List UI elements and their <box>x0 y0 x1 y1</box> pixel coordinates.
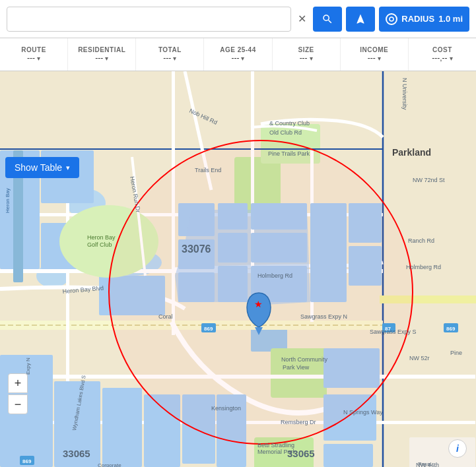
info-icon: i <box>456 443 459 454</box>
radius-label: RADIUS <box>401 14 434 24</box>
svg-text:Sawgrass Expy N: Sawgrass Expy N <box>300 313 347 320</box>
filter-route[interactable]: ROUTE --- <box>0 38 68 71</box>
svg-text:Ranch Rd: Ranch Rd <box>408 237 434 244</box>
filter-cost-value: ---,-- <box>432 53 452 63</box>
zoom-out-button[interactable]: − <box>8 394 28 414</box>
svg-text:★: ★ <box>254 299 263 309</box>
filter-cost-label: COST <box>432 46 452 53</box>
svg-text:Trails End: Trails End <box>195 167 221 173</box>
show-table-button[interactable]: Show Table ▾ <box>5 157 79 178</box>
map-container[interactable]: Heron Bay Golf Club Heron Bay ★ 869 <box>0 71 476 467</box>
filter-bar: ROUTE --- RESIDENTIAL --- TOTAL --- AGE … <box>0 38 476 71</box>
svg-text:Sawgrass Expy S: Sawgrass Expy S <box>370 328 417 335</box>
svg-text:Heron Bay: Heron Bay <box>5 188 11 213</box>
svg-text:869: 869 <box>204 326 213 332</box>
svg-text:Coral: Coral <box>158 313 173 320</box>
info-button[interactable]: i <box>448 439 467 458</box>
filter-residential-value: --- <box>95 53 108 63</box>
svg-text:Pine Trails Park: Pine Trails Park <box>268 150 310 157</box>
svg-text:Expy N: Expy N <box>25 358 31 375</box>
svg-text:Pine: Pine <box>450 350 462 356</box>
svg-text:Remsberg Dr: Remsberg Dr <box>281 419 316 425</box>
zoom-in-button[interactable]: + <box>8 373 28 393</box>
svg-rect-37 <box>323 444 373 467</box>
svg-text:Parkland: Parkland <box>392 147 431 158</box>
filter-total-value: --- <box>163 53 176 63</box>
address-input[interactable]: 5901 Pine Island Rd, Parkland, Florida, … <box>7 7 291 32</box>
svg-rect-31 <box>102 388 142 467</box>
search-button[interactable] <box>313 7 342 32</box>
filter-income[interactable]: INCOME --- <box>341 38 409 71</box>
svg-text:NW 72nd St: NW 72nd St <box>413 177 445 183</box>
filter-residential-label: RESIDENTIAL <box>78 46 125 53</box>
svg-text:Royal: Royal <box>418 461 432 467</box>
svg-text:33076: 33076 <box>182 243 211 255</box>
svg-text:33065: 33065 <box>63 448 90 459</box>
svg-text:Betti Stradling: Betti Stradling <box>257 442 294 449</box>
filter-residential[interactable]: RESIDENTIAL --- <box>68 38 136 71</box>
search-icon <box>322 13 333 25</box>
svg-text:Heron Bay: Heron Bay <box>87 234 116 241</box>
radius-value: 1.0 mi <box>438 14 463 24</box>
svg-text:Memorial Park: Memorial Park <box>257 449 296 455</box>
filter-age-label: AGE 25-44 <box>220 46 256 53</box>
svg-text:N University: N University <box>401 78 408 110</box>
svg-text:Corporate: Corporate <box>98 462 121 467</box>
clear-button[interactable]: ✕ <box>295 13 309 25</box>
svg-text:N Springs Way: N Springs Way <box>343 409 383 416</box>
svg-point-0 <box>390 17 393 21</box>
filter-income-value: --- <box>368 53 381 63</box>
filter-total[interactable]: TOTAL --- <box>136 38 204 71</box>
filter-size-label: SIZE <box>298 46 314 53</box>
filter-cost[interactable]: COST ---,-- <box>409 38 476 71</box>
filter-income-label: INCOME <box>360 46 388 53</box>
show-table-label: Show Table <box>15 162 62 173</box>
svg-text:869: 869 <box>22 458 32 464</box>
radius-icon <box>386 13 397 25</box>
svg-text:Kensington: Kensington <box>211 405 241 412</box>
show-table-chevron: ▾ <box>66 164 70 172</box>
filter-age-value: --- <box>231 53 244 63</box>
search-bar: 5901 Pine Island Rd, Parkland, Florida, … <box>0 0 476 38</box>
radius-button[interactable]: RADIUS 1.0 mi <box>379 7 469 32</box>
navigate-icon <box>355 13 366 25</box>
svg-text:Holmberg Rd: Holmberg Rd <box>257 272 292 279</box>
svg-text:& Country Club: & Country Club <box>269 120 310 127</box>
filter-size-value: --- <box>300 53 313 63</box>
svg-text:Old Club Rd: Old Club Rd <box>269 129 302 136</box>
svg-text:869: 869 <box>446 326 456 332</box>
svg-text:Golf Club: Golf Club <box>87 241 112 248</box>
filter-route-value: --- <box>27 53 40 63</box>
svg-text:North Community: North Community <box>281 356 328 363</box>
svg-text:NW 52r: NW 52r <box>409 355 430 361</box>
navigate-button[interactable] <box>346 7 375 32</box>
svg-text:Park View: Park View <box>283 364 310 371</box>
filter-size[interactable]: SIZE --- <box>273 38 341 71</box>
svg-text:Holmberg Rd: Holmberg Rd <box>406 264 441 270</box>
zoom-controls: + − <box>8 373 28 414</box>
svg-point-57 <box>109 140 413 444</box>
filter-route-label: ROUTE <box>21 46 46 53</box>
filter-age[interactable]: AGE 25-44 --- <box>204 38 272 71</box>
filter-total-label: TOTAL <box>158 46 182 53</box>
map-svg: Heron Bay Golf Club Heron Bay ★ 869 <box>0 71 476 467</box>
